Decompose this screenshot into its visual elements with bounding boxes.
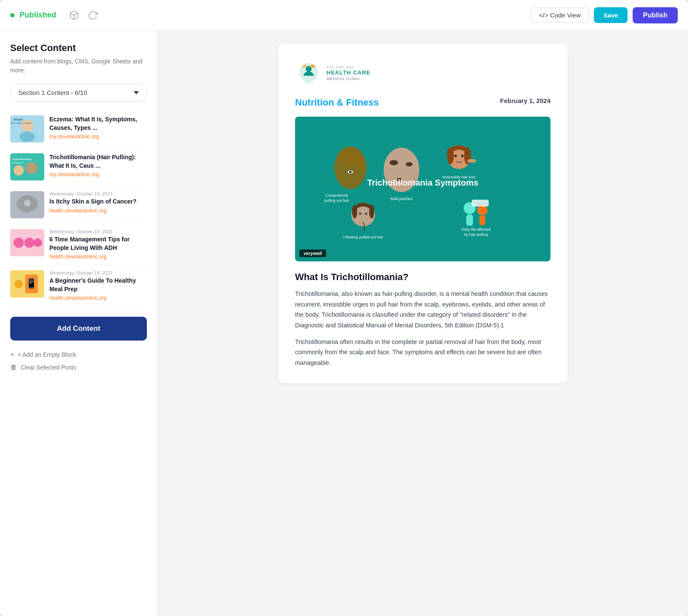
article-paragraph-1: Trichotillomania, also known as hair-pul… xyxy=(295,289,550,331)
cube-icon[interactable] xyxy=(68,9,80,21)
add-content-button[interactable]: Add Content xyxy=(10,317,147,341)
svg-point-41 xyxy=(461,155,464,157)
hc-logo-text: EST. 2020 2036 HEALTH CARE MEDICAL CLINI… xyxy=(327,65,370,82)
thumbnail-time xyxy=(10,229,44,256)
content-source: health.clevelandclinic.org xyxy=(49,208,147,214)
list-item[interactable]: 📱 Wednesday, October 18, 2023 A Beginner… xyxy=(10,265,147,307)
verywell-badge: verywell xyxy=(299,249,326,257)
svg-text:Dermatitis Irritants: Dermatitis Irritants xyxy=(11,122,32,124)
logo-line2: MEDICAL CLINIC xyxy=(327,77,370,82)
svg-point-40 xyxy=(454,155,457,157)
svg-point-9 xyxy=(14,165,24,175)
section-dropdown-label: Section 1 Content - 6/10 xyxy=(18,89,87,96)
thumbnail-eczema: Atopic Dermatitis Irritants xyxy=(10,115,44,143)
svg-point-27 xyxy=(358,155,363,168)
list-item[interactable]: Wednesday, October 18, 2023 Is Itchy Ski… xyxy=(10,186,147,224)
svg-point-10 xyxy=(26,162,37,174)
add-empty-block-action[interactable]: + + Add an Empty Block xyxy=(10,351,147,358)
svg-point-52 xyxy=(477,205,487,215)
svg-point-22 xyxy=(306,66,312,72)
svg-text:Chewing pulled-out hair: Chewing pulled-out hair xyxy=(343,235,384,239)
svg-text:Symptoms: Symptoms xyxy=(12,161,24,164)
content-date: Wednesday, October 18, 2023 xyxy=(49,270,147,275)
hero-title: Trichotillomania Symptoms xyxy=(367,178,478,188)
article-heading: What Is Trichotillomania? xyxy=(295,272,550,283)
content-title: Is Itchy Skin a Sign of Cancer? xyxy=(49,198,147,206)
svg-point-33 xyxy=(390,160,398,165)
preview-area: EST. 2020 2036 HEALTH CARE MEDICAL CLINI… xyxy=(158,31,688,616)
content-title: Eczema: What It Is, Symptoms, Causes, Ty… xyxy=(49,115,147,132)
svg-rect-42 xyxy=(467,159,476,163)
svg-point-17 xyxy=(34,238,42,247)
svg-point-48 xyxy=(365,212,367,215)
content-title: 6 Time Management Tips for People Living… xyxy=(49,235,147,252)
svg-point-25 xyxy=(348,148,354,166)
publish-button[interactable]: Publish xyxy=(633,7,678,23)
topbar-right: </> Code View Save Publish xyxy=(531,7,678,23)
svg-text:Trichotillomania: Trichotillomania xyxy=(12,158,32,160)
main-layout: Select Content Add content from blogs, C… xyxy=(0,31,688,616)
content-title: A Beginner's Guide To Healthy Meal Prep xyxy=(49,277,147,293)
svg-text:by hair-pulling: by hair-pulling xyxy=(464,232,488,237)
list-item[interactable]: Atopic Dermatitis Irritants Eczema: What… xyxy=(10,110,147,148)
svg-point-34 xyxy=(406,162,413,166)
article-date: February 1, 2024 xyxy=(500,97,550,104)
sidebar: Select Content Add content from blogs, C… xyxy=(0,31,158,616)
content-list: Atopic Dermatitis Irritants Eczema: What… xyxy=(10,110,147,307)
list-item[interactable]: Wednesday, October 18, 2023 6 Time Manag… xyxy=(10,224,147,265)
hero-image: Trichotillomania Symptoms Compulsively p… xyxy=(295,117,550,261)
sidebar-subtitle: Add content from blogs, CMS, Google Shee… xyxy=(10,57,147,75)
sidebar-actions: + + Add an Empty Block 🗑 Clear Selected … xyxy=(10,351,147,371)
svg-point-45 xyxy=(352,205,357,218)
chevron-down-icon xyxy=(134,91,139,95)
thumbnail-tricho: Trichotillomania Symptoms xyxy=(10,153,44,181)
content-info: Wednesday, October 18, 2023 6 Time Manag… xyxy=(49,229,147,260)
plus-icon: + xyxy=(10,351,14,358)
content-source: my.clevelandclinic.org xyxy=(49,172,147,178)
date-year: , 2024 xyxy=(533,97,550,104)
svg-point-19 xyxy=(14,280,23,288)
logo-est: EST. 2020 2036 xyxy=(327,65,370,69)
published-dot xyxy=(10,13,14,17)
content-source: health.clevelandclinic.org xyxy=(49,295,147,301)
save-button[interactable]: Save xyxy=(594,7,628,23)
svg-point-13 xyxy=(24,200,31,206)
code-view-button[interactable]: </> Code View xyxy=(531,8,589,23)
content-info: Eczema: What It Is, Symptoms, Causes, Ty… xyxy=(49,115,147,140)
svg-text:Atopic: Atopic xyxy=(14,118,23,121)
hc-logo: EST. 2020 2036 HEALTH CARE MEDICAL CLINI… xyxy=(295,60,550,87)
article-category: Nutrition & Fitness xyxy=(295,97,379,108)
content-date: Wednesday, October 18, 2023 xyxy=(49,191,147,196)
topbar: Published </> Code View Save Publish xyxy=(0,0,688,31)
refresh-icon[interactable] xyxy=(87,9,99,21)
content-info: Wednesday, October 18, 2023 Is Itchy Ski… xyxy=(49,191,147,214)
content-date: Wednesday, October 18, 2023 xyxy=(49,229,147,234)
published-label: Published xyxy=(20,11,56,20)
add-empty-block-label: + Add an Empty Block xyxy=(17,351,76,358)
sidebar-title: Select Content xyxy=(10,43,147,54)
preview-card: EST. 2020 2036 HEALTH CARE MEDICAL CLINI… xyxy=(278,44,568,383)
topbar-left: Published xyxy=(10,9,524,21)
list-item[interactable]: Trichotillomania Symptoms Trichotilloman… xyxy=(10,148,147,186)
svg-rect-51 xyxy=(466,215,473,226)
svg-text:Bald patches: Bald patches xyxy=(390,197,413,201)
health-care-logo-svg xyxy=(295,60,322,87)
article-meta: Nutrition & Fitness February 1, 2024 xyxy=(295,97,550,108)
symptoms-illustration: Compulsively pulling out hair Bald patch… xyxy=(295,134,550,253)
svg-point-29 xyxy=(349,171,352,173)
section-dropdown[interactable]: Section 1 Content - 6/10 xyxy=(10,83,147,102)
article-paragraph-2: Trichotillomania often results in the co… xyxy=(295,337,550,368)
content-info: Wednesday, October 18, 2023 A Beginner's… xyxy=(49,270,147,301)
svg-point-38 xyxy=(447,147,454,164)
content-title: Trichotillomania (Hair Pulling): What It… xyxy=(49,153,147,170)
article-body: Trichotillomania, also known as hair-pul… xyxy=(295,289,550,368)
svg-text:pulling out hair: pulling out hair xyxy=(324,198,350,203)
svg-point-15 xyxy=(14,238,24,248)
svg-point-3 xyxy=(20,132,35,142)
clear-selected-action[interactable]: 🗑 Clear Selected Posts xyxy=(10,364,147,371)
content-info: Trichotillomania (Hair Pulling): What It… xyxy=(49,153,147,178)
svg-text:📱: 📱 xyxy=(26,278,37,289)
svg-point-24 xyxy=(342,151,349,168)
svg-text:Daily life affected: Daily life affected xyxy=(462,227,490,232)
content-source: health.clevelandclinic.org xyxy=(49,254,147,260)
